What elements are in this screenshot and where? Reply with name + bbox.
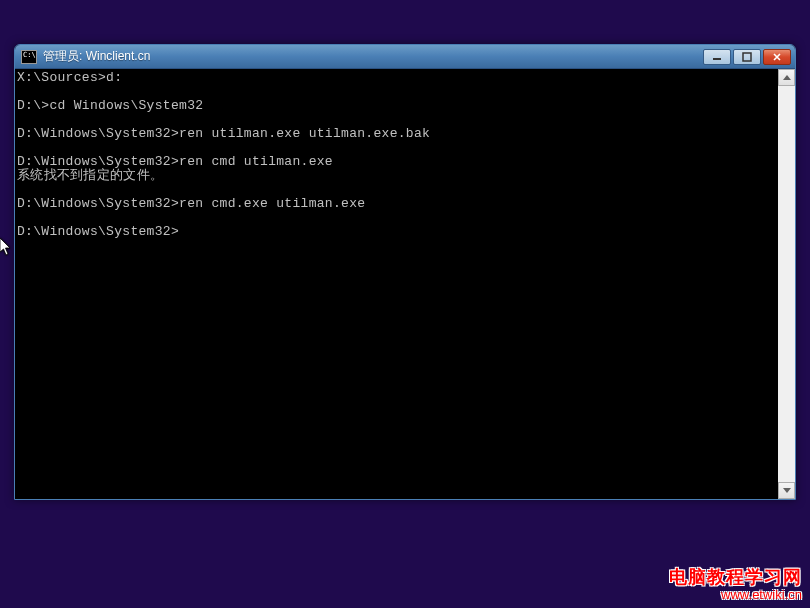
terminal-output[interactable]: X:\Sources>d: D:\>cd Windows\System32 D:… xyxy=(15,69,778,499)
window-title: 管理员: Winclient.cn xyxy=(43,48,703,65)
titlebar[interactable]: 管理员: Winclient.cn xyxy=(15,45,795,69)
scroll-up-button[interactable] xyxy=(778,69,795,86)
watermark-title: 电脑教程学习网 xyxy=(669,565,802,589)
scroll-track[interactable] xyxy=(778,86,795,482)
svg-rect-0 xyxy=(713,58,721,60)
cmd-icon xyxy=(21,50,37,64)
close-button[interactable] xyxy=(763,49,791,65)
watermark: 电脑教程学习网 www.etwiki.cn xyxy=(669,565,802,602)
mouse-cursor xyxy=(0,238,12,256)
minimize-button[interactable] xyxy=(703,49,731,65)
cmd-window: 管理员: Winclient.cn X:\Sources>d: D:\>cd W… xyxy=(14,44,796,500)
scroll-down-button[interactable] xyxy=(778,482,795,499)
maximize-button[interactable] xyxy=(733,49,761,65)
window-controls xyxy=(703,49,791,65)
watermark-url: www.etwiki.cn xyxy=(669,587,802,602)
terminal-area: X:\Sources>d: D:\>cd Windows\System32 D:… xyxy=(15,69,795,499)
svg-rect-1 xyxy=(743,53,751,61)
vertical-scrollbar[interactable] xyxy=(778,69,795,499)
